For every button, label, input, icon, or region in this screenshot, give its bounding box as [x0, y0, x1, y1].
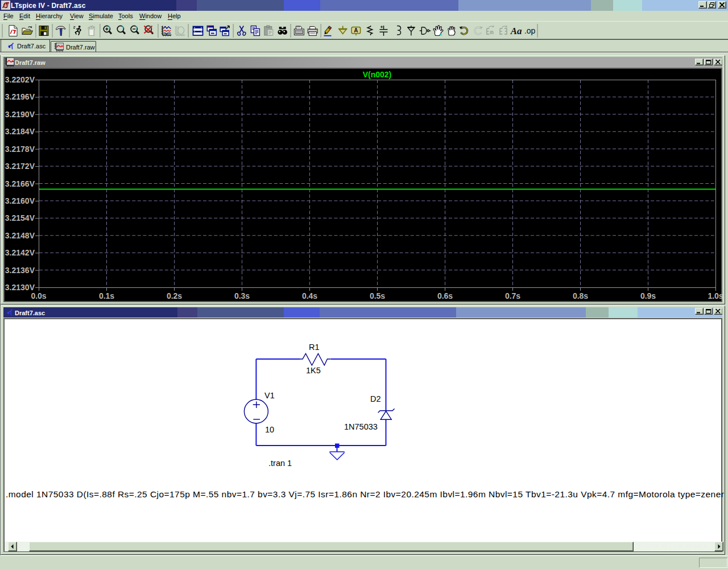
svg-text:3.2178V: 3.2178V: [5, 145, 35, 154]
svg-text:Aa: Aa: [510, 26, 522, 36]
svg-text:3.2190V: 3.2190V: [5, 110, 35, 119]
svg-text:0.8s: 0.8s: [573, 291, 588, 300]
svg-text:3.2202V: 3.2202V: [5, 75, 35, 84]
svg-text:3.2136V: 3.2136V: [5, 266, 35, 275]
svg-text:A: A: [354, 27, 358, 34]
svg-text:3.2172V: 3.2172V: [5, 162, 35, 171]
svg-text:3.2196V: 3.2196V: [5, 92, 35, 101]
svg-text:0.0s: 0.0s: [31, 291, 46, 300]
svg-text:3.2130V: 3.2130V: [5, 283, 35, 292]
svg-text:3.2184V: 3.2184V: [5, 127, 35, 136]
svg-text:0.9s: 0.9s: [640, 291, 656, 300]
svg-text:0.2s: 0.2s: [167, 291, 182, 300]
svg-text:0.5s: 0.5s: [370, 291, 385, 300]
svg-text:3.2142V: 3.2142V: [5, 248, 35, 257]
svg-text:3.2154V: 3.2154V: [5, 213, 35, 222]
svg-text:0.3s: 0.3s: [234, 291, 250, 300]
svg-text:V(n002): V(n002): [363, 70, 392, 79]
svg-text:3.2166V: 3.2166V: [5, 179, 35, 188]
svg-text:0.7s: 0.7s: [505, 291, 520, 300]
svg-text:.op: .op: [524, 26, 536, 35]
svg-text:0.1s: 0.1s: [99, 291, 114, 300]
svg-text:0.6s: 0.6s: [437, 291, 453, 300]
svg-text:0.4s: 0.4s: [302, 291, 317, 300]
svg-text:1.0s: 1.0s: [708, 291, 722, 300]
svg-text:3.2160V: 3.2160V: [5, 196, 35, 205]
svg-text:3.2148V: 3.2148V: [5, 231, 35, 240]
